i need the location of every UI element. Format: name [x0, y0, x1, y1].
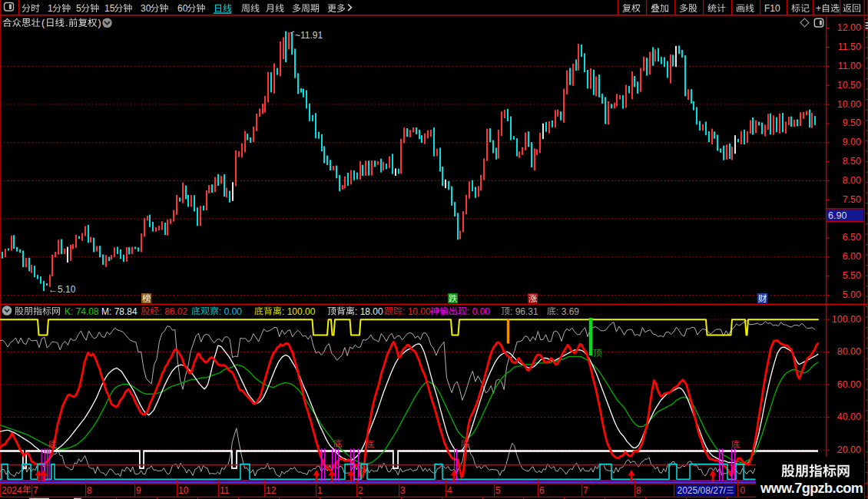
- svg-text:9.00: 9.00: [843, 137, 861, 147]
- svg-text:6: 6: [539, 485, 545, 496]
- svg-text:3: 3: [400, 485, 406, 496]
- svg-text:: 86.02: : 86.02: [160, 306, 188, 317]
- svg-text:20.00: 20.00: [837, 444, 861, 455]
- svg-text:←5.10: ←5.10: [48, 284, 76, 295]
- svg-text:8.50: 8.50: [843, 156, 861, 167]
- svg-text:7.50: 7.50: [843, 194, 861, 205]
- svg-text:4: 4: [447, 485, 452, 496]
- svg-text:0: 0: [740, 485, 746, 496]
- svg-text:11: 11: [220, 485, 230, 496]
- svg-text:5: 5: [76, 3, 81, 14]
- svg-text:8.00: 8.00: [843, 175, 861, 186]
- svg-text:2024: 2024: [2, 485, 22, 496]
- svg-text:F10: F10: [764, 3, 780, 14]
- svg-text:1: 1: [48, 3, 53, 14]
- svg-text:+: +: [816, 3, 821, 14]
- svg-text:1: 1: [317, 485, 323, 496]
- svg-text:7: 7: [583, 485, 588, 496]
- svg-text:8: 8: [87, 485, 92, 496]
- svg-text:K: 74.08: K: 74.08: [65, 306, 99, 317]
- svg-text:30: 30: [141, 3, 151, 14]
- svg-text:7: 7: [33, 485, 38, 496]
- svg-text:5.50: 5.50: [843, 270, 861, 281]
- svg-text:8: 8: [636, 485, 641, 496]
- svg-text:12: 12: [266, 485, 277, 496]
- svg-text:: 18.00: : 18.00: [355, 306, 383, 317]
- svg-text:11.50: 11.50: [838, 41, 861, 52]
- svg-text:60: 60: [177, 3, 188, 14]
- svg-text:2025/08/27/: 2025/08/27/: [678, 485, 727, 496]
- svg-text:5.00: 5.00: [843, 289, 861, 300]
- svg-text:100.00: 100.00: [832, 314, 861, 325]
- svg-text:www.7gpzb.com: www.7gpzb.com: [760, 481, 863, 496]
- svg-text:11.00: 11.00: [838, 61, 861, 71]
- svg-text:2: 2: [358, 485, 363, 496]
- svg-text:: 3.69: : 3.69: [556, 306, 579, 317]
- svg-text:6.50: 6.50: [843, 232, 861, 243]
- svg-text:6.90: 6.90: [828, 210, 846, 221]
- svg-text:80.00: 80.00: [837, 346, 861, 357]
- svg-text:40.00: 40.00: [837, 411, 861, 422]
- svg-text:: 96.31: : 96.31: [510, 306, 538, 317]
- svg-text:: 0.00: : 0.00: [219, 306, 242, 317]
- svg-text:: 100.00: : 100.00: [282, 306, 316, 317]
- svg-text:): ): [98, 18, 101, 28]
- svg-text:10.50: 10.50: [837, 80, 861, 91]
- svg-text:~11.91: ~11.91: [295, 30, 323, 41]
- svg-text:.: .: [65, 18, 68, 28]
- svg-text:60.00: 60.00: [837, 379, 861, 390]
- svg-text:: 0.00: : 0.00: [467, 306, 490, 317]
- svg-text:M: 78.84: M: 78.84: [101, 306, 137, 317]
- svg-text:10: 10: [178, 485, 189, 496]
- svg-text:9.50: 9.50: [843, 117, 861, 128]
- svg-text:9: 9: [136, 485, 141, 496]
- svg-text:10.00: 10.00: [837, 99, 861, 110]
- svg-text:: 10.00: : 10.00: [403, 306, 431, 317]
- svg-text:12.00: 12.00: [837, 22, 861, 33]
- svg-text:5: 5: [495, 485, 501, 496]
- svg-text:6.00: 6.00: [843, 251, 861, 262]
- svg-text:15: 15: [104, 3, 115, 14]
